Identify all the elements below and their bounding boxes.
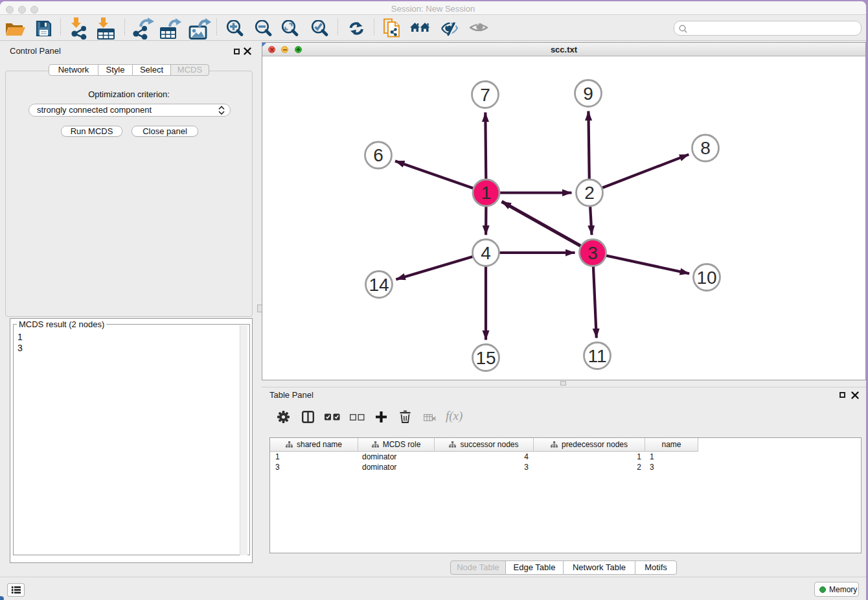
svg-text:2: 2 bbox=[584, 183, 595, 203]
svg-text:14: 14 bbox=[369, 275, 389, 295]
svg-text:4: 4 bbox=[481, 243, 491, 263]
svg-text:8: 8 bbox=[700, 138, 711, 158]
svg-text:1: 1 bbox=[481, 183, 492, 203]
svg-text:3: 3 bbox=[588, 243, 598, 263]
svg-text:11: 11 bbox=[588, 346, 606, 366]
svg-text:15: 15 bbox=[475, 348, 496, 368]
svg-text:10: 10 bbox=[696, 268, 716, 288]
svg-text:9: 9 bbox=[583, 84, 593, 104]
svg-text:7: 7 bbox=[480, 85, 490, 105]
svg-text:6: 6 bbox=[373, 145, 383, 165]
